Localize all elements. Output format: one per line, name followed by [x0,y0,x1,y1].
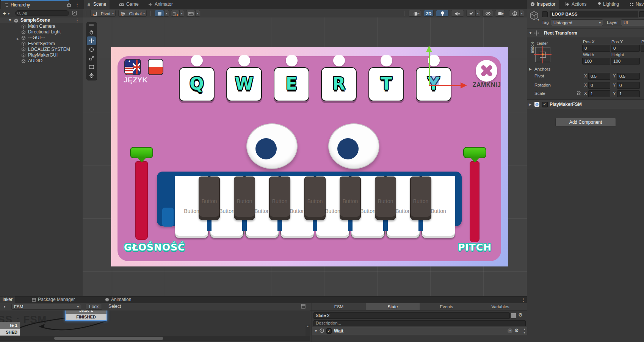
transform-tool[interactable] [87,71,96,80]
broken-link-icon[interactable] [576,91,581,96]
key-card-T[interactable]: T [368,67,404,101]
english-flag-button[interactable]: ★ [124,59,141,75]
black-key-4[interactable]: Button [304,177,326,220]
fsm-tab-state[interactable]: State [366,303,420,310]
anchor-preset-widget[interactable] [535,47,550,62]
pivot-x-field[interactable]: 0.5 [588,73,610,80]
hierarchy-item-eventsystem[interactable]: EventSystem [0,41,83,47]
state-name-field[interactable]: State 2 [313,312,510,319]
hidden-objects-toggle[interactable] [483,10,493,17]
wait-action-row[interactable]: ▼ Wait ? ⚙ [312,327,527,335]
snap-increment-dropdown-icon[interactable]: ▾ [179,10,184,17]
fsm-tab-fsm[interactable]: FSM [312,303,366,310]
fsm-selector-dropdown[interactable]: FSM▾ [11,304,81,310]
action-scroll-down-icon[interactable]: ▼ [522,331,526,334]
volume-slider-track[interactable] [135,161,148,240]
lock-toggle-button[interactable]: Lock [86,304,102,310]
state-settings-gear-icon[interactable]: ⚙ [518,312,523,318]
pos-x-field[interactable]: 0 [582,45,610,52]
hierarchy-item--gui-[interactable]: ▶---GUI--- [0,35,83,41]
height-field[interactable]: 100 [611,58,640,65]
select-button[interactable]: Select [105,304,124,309]
hierarchy-menu-kebab-icon[interactable]: ⋮ [75,2,80,7]
playmaker-menu-kebab-icon[interactable]: ⋮ [521,297,526,303]
active-checkbox[interactable] [542,11,548,17]
audio-mute-toggle[interactable] [451,10,464,17]
tools-drag-handle[interactable] [87,22,96,28]
graph-maximize-icon[interactable] [301,304,306,309]
state2-node[interactable]: State 2” FINISHED [65,310,107,321]
state2-finished-transition[interactable]: FINISHED [66,314,107,320]
grid-snapping-dropdown-icon[interactable]: ▾ [164,10,169,17]
gizmos-sphere-icon[interactable] [509,10,519,17]
search-filter-icon[interactable] [72,11,77,16]
playmakerfsm-header[interactable]: ▶ @ PlayMakerFSM [527,99,644,109]
pivot-y-field[interactable]: 0.5 [617,73,640,80]
wait-help-icon[interactable]: ? [508,328,512,333]
layer-dropdown[interactable]: UI [621,19,644,26]
gizmos-dropdown-icon[interactable]: ▾ [519,10,524,17]
key-card-R[interactable]: R [321,67,357,101]
icon-dropdown-arrow[interactable]: ▾ [537,18,539,22]
fsm-graph-view[interactable]: SS : FSM State 2” FINISHED te 1 SHED ▲▼ [0,310,310,336]
hierarchy-item-audio[interactable]: AUDIO [0,58,83,64]
effects-dropdown-icon[interactable]: ▾ [475,10,480,17]
pitch-slider-handle[interactable] [463,147,486,158]
key-card-E[interactable]: E [274,67,309,101]
effects-toggle[interactable] [466,10,475,17]
scrollbar-thumb[interactable] [54,337,163,340]
scene-camera-settings[interactable]: ▾ [495,10,505,17]
wait-foldout-icon[interactable]: ▼ [314,329,318,333]
hierarchy-scene-row[interactable]: ▼ SampleScene ⋮ [0,17,83,23]
scale-y-field[interactable]: 1 [617,90,640,97]
black-key-7[interactable]: Button [410,177,431,220]
rect-transform-foldout-icon[interactable]: ▼ [529,31,532,35]
state-description-field[interactable]: Description... [313,320,526,326]
playmakerfsm-foldout-icon[interactable]: ▶ [529,102,531,106]
tab-animation[interactable]: Animation [102,296,135,303]
scene-viewport[interactable]: ★ JĘZYK QWERTY ZAMKNIJ ButtonB [83,17,527,296]
polish-flag-button[interactable] [148,59,163,75]
global-dropdown[interactable]: Global ▾ [118,10,147,17]
add-object-button[interactable]: + [3,10,6,16]
measure-tool-button[interactable] [186,10,195,17]
scene-lighting-toggle[interactable] [436,10,449,17]
wait-settings-gear-icon[interactable]: ⚙ [514,328,519,333]
black-key-5[interactable]: Button [340,177,361,220]
scene-kebab-icon[interactable]: ⋮ [75,18,80,23]
fsm-tab-events[interactable]: Events [420,303,473,310]
hierarchy-item-main-camera[interactable]: Main Camera [0,24,83,29]
state-color-swatch[interactable] [511,313,516,318]
close-button[interactable] [476,60,497,82]
state1-node-cut[interactable]: te 1 SHED [0,322,20,336]
volume-slider-handle[interactable] [130,147,153,158]
snap-increment-button[interactable] [171,10,179,17]
rotate-tool[interactable] [87,45,96,54]
tag-dropdown[interactable]: Untagged▾ [551,19,603,26]
anchors-foldout-icon[interactable]: ▶ [529,67,532,71]
key-card-Y[interactable]: Y [416,67,451,101]
pitch-slider-track[interactable] [470,161,479,242]
object-name-field[interactable]: LOOP BASS [550,11,638,17]
tab-scene[interactable]: # Scene [84,0,110,9]
add-component-button[interactable]: Add Component [555,118,616,127]
shading-mode-dropdown[interactable]: ▾ [409,10,421,17]
fsm-tab-variables[interactable]: Variables [473,303,527,310]
black-key-3[interactable]: Button [269,177,290,220]
hierarchy-item-playmakergui[interactable]: PlayMakerGUI [0,52,83,58]
black-key-6[interactable]: Button [375,177,396,220]
scale-tool[interactable] [87,54,96,63]
state1-finished-transition[interactable]: SHED [0,329,20,336]
tab-inspector[interactable]: Inspector [527,0,559,9]
tab-navigation[interactable]: Nav [626,0,644,9]
measure-dropdown-icon[interactable]: ▾ [195,10,200,17]
2d-mode-toggle[interactable]: 2D [424,10,434,17]
tab-game[interactable]: Game [116,0,142,9]
pivot-dropdown[interactable]: Pivot ▾ [90,10,116,17]
scale-x-field[interactable]: 1 [588,90,610,97]
lock-icon[interactable] [67,2,71,7]
move-tool[interactable] [87,36,96,45]
static-checkbox[interactable] [639,11,644,17]
playmakerfsm-enabled-checkbox[interactable] [542,102,548,107]
foldout-arrow-icon[interactable]: ▼ [8,17,12,23]
